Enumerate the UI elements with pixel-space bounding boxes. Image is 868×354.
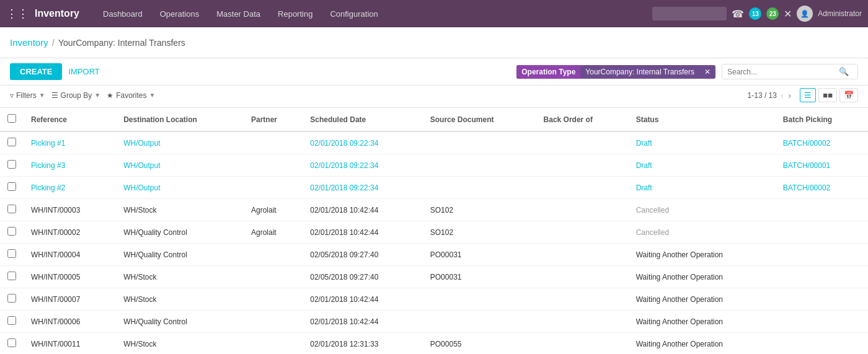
filter-close-icon[interactable]: ✕ xyxy=(699,65,715,79)
user-name[interactable]: Administrator xyxy=(818,9,862,18)
breadcrumb-parent[interactable]: Inventory xyxy=(10,37,48,48)
cell-destination[interactable]: WH/Output xyxy=(116,154,244,177)
cell-source-doc xyxy=(423,311,536,333)
cell-batch[interactable]: BATCH/00001 xyxy=(776,154,868,177)
row-checkbox[interactable] xyxy=(7,272,16,280)
cell-batch xyxy=(776,311,868,333)
cell-partner: Agrolait xyxy=(244,221,303,244)
top-navigation: ⋮⋮ Inventory Dashboard Operations Master… xyxy=(0,0,868,27)
col-source-doc: Source Document xyxy=(423,108,536,131)
filters-label: Filters xyxy=(16,91,37,100)
pager-next[interactable]: › xyxy=(787,91,793,100)
row-checkbox[interactable] xyxy=(7,160,16,169)
reference-link[interactable]: Picking #1 xyxy=(31,139,65,148)
grid-icon[interactable]: ⋮⋮ xyxy=(6,7,29,20)
nav-dashboard[interactable]: Dashboard xyxy=(94,0,151,27)
pager-prev[interactable]: ‹ xyxy=(779,91,785,100)
cell-destination[interactable]: WH/Output xyxy=(116,177,244,199)
row-checkbox[interactable] xyxy=(7,316,16,325)
cell-partner xyxy=(244,266,303,288)
create-button[interactable]: CREATE xyxy=(10,63,62,80)
cell-source-doc: PO00055 xyxy=(423,333,536,355)
row-checkbox[interactable] xyxy=(7,182,16,191)
col-partner: Partner xyxy=(244,108,303,131)
toolbar-row1: CREATE IMPORT Operation Type YourCompany… xyxy=(0,58,868,86)
reference-link[interactable]: Picking #2 xyxy=(31,184,65,192)
cell-batch xyxy=(776,333,868,355)
cell-batch[interactable]: BATCH/00002 xyxy=(776,177,868,199)
cell-destination[interactable]: WH/Output xyxy=(116,131,244,154)
badge-13[interactable]: 13 xyxy=(749,7,761,20)
brand-logo[interactable]: Inventory xyxy=(35,8,79,19)
cell-batch xyxy=(776,288,868,311)
group-by-button[interactable]: ☰ Group By ▼ xyxy=(51,91,101,100)
row-checkbox[interactable] xyxy=(7,227,16,236)
row-checkbox[interactable] xyxy=(7,294,16,303)
cell-back-order xyxy=(536,288,629,311)
sub-header: Inventory / YourCompany: Internal Transf… xyxy=(0,27,868,58)
batch-link[interactable]: BATCH/00002 xyxy=(783,139,830,148)
cell-destination: WH/Quality Control xyxy=(116,221,244,244)
reference-link[interactable]: Picking #3 xyxy=(31,161,65,170)
nav-configuration[interactable]: Configuration xyxy=(321,0,386,27)
table-row: WH/INT/00005WH/Stock02/05/2018 09:27:40P… xyxy=(0,266,868,288)
row-checkbox[interactable] xyxy=(7,249,16,258)
date-link[interactable]: 02/01/2018 09:22:34 xyxy=(310,139,378,148)
cell-reference[interactable]: Picking #1 xyxy=(24,131,116,154)
nav-master-data[interactable]: Master Data xyxy=(208,0,269,27)
records-table: Reference Destination Location Partner S… xyxy=(0,108,868,354)
search-input[interactable] xyxy=(727,68,839,76)
destination-link[interactable]: WH/Output xyxy=(123,161,160,170)
row-checkbox[interactable] xyxy=(7,138,16,146)
table-row: WH/INT/00003WH/StockAgrolait02/01/2018 1… xyxy=(0,199,868,221)
cell-scheduled-date[interactable]: 02/01/2018 09:22:34 xyxy=(303,131,423,154)
batch-link[interactable]: BATCH/00002 xyxy=(783,184,830,192)
kanban-view-icon[interactable]: ■■ xyxy=(818,88,837,102)
cell-batch[interactable]: BATCH/00002 xyxy=(776,131,868,154)
badge-23[interactable]: 23 xyxy=(766,7,779,20)
cell-destination: WH/Quality Control xyxy=(116,244,244,266)
cell-scheduled-date[interactable]: 02/01/2018 09:22:34 xyxy=(303,154,423,177)
row-checkbox[interactable] xyxy=(7,339,16,347)
destination-link[interactable]: WH/Output xyxy=(123,184,160,192)
cell-status: Cancelled xyxy=(629,199,776,221)
calendar-view-icon[interactable]: 📅 xyxy=(839,88,858,102)
batch-link[interactable]: BATCH/00001 xyxy=(783,161,830,170)
cell-reference[interactable]: Picking #3 xyxy=(24,154,116,177)
favorites-label: Favorites xyxy=(116,91,146,100)
cell-source-doc: SO102 xyxy=(423,199,536,221)
table-row: WH/INT/00011WH/Stock02/01/2018 12:31:33P… xyxy=(0,333,868,355)
cell-partner xyxy=(244,288,303,311)
nav-search-input[interactable] xyxy=(652,7,727,20)
date-link[interactable]: 02/01/2018 09:22:34 xyxy=(310,184,378,192)
filters-button[interactable]: ▿ Filters ▼ xyxy=(10,91,45,100)
search-icon[interactable]: 🔍 xyxy=(839,67,849,76)
col-back-order: Back Order of xyxy=(536,108,629,131)
view-switcher: ☰ ■■ 📅 xyxy=(800,88,858,102)
import-button[interactable]: IMPORT xyxy=(68,67,99,76)
nav-right: ☎ 13 23 ✕ 👤 Administrator xyxy=(652,6,862,22)
cell-partner xyxy=(244,154,303,177)
date-link[interactable]: 02/01/2018 09:22:34 xyxy=(310,161,378,170)
cell-partner xyxy=(244,177,303,199)
destination-link[interactable]: WH/Output xyxy=(123,139,160,148)
cell-source-doc xyxy=(423,154,536,177)
cell-batch xyxy=(776,199,868,221)
close-icon[interactable]: ✕ xyxy=(784,8,792,20)
favorites-button[interactable]: ★ Favorites ▼ xyxy=(107,91,155,100)
operation-type-label: Operation Type xyxy=(516,65,580,79)
cell-reference[interactable]: Picking #2 xyxy=(24,177,116,199)
nav-operations[interactable]: Operations xyxy=(151,0,208,27)
select-all-checkbox[interactable] xyxy=(7,114,16,123)
cell-scheduled-date: 02/01/2018 12:31:33 xyxy=(303,333,423,355)
cell-destination: WH/Stock xyxy=(116,199,244,221)
col-reference: Reference xyxy=(24,108,116,131)
cell-status: Waiting Another Operation xyxy=(629,333,776,355)
row-checkbox[interactable] xyxy=(7,205,16,213)
list-view-icon[interactable]: ☰ xyxy=(800,88,816,102)
nav-reporting[interactable]: Reporting xyxy=(269,0,321,27)
cell-back-order xyxy=(536,154,629,177)
cell-scheduled-date[interactable]: 02/01/2018 09:22:34 xyxy=(303,177,423,199)
col-status: Status xyxy=(629,108,776,131)
phone-icon[interactable]: ☎ xyxy=(732,8,744,20)
